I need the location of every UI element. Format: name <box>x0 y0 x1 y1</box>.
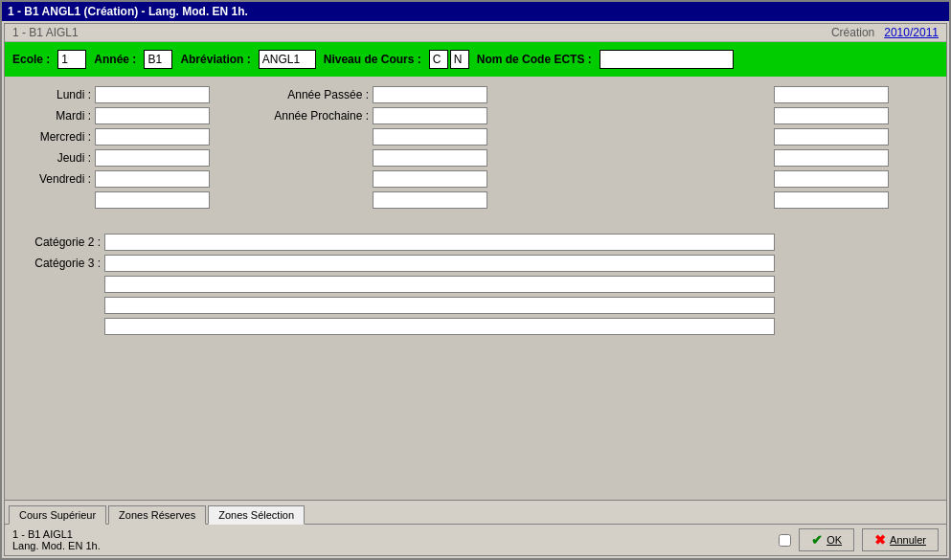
status-line2: Lang. Mod. EN 1h. <box>12 540 101 551</box>
cat-row4 <box>104 297 927 314</box>
status-line1: 1 - B1 AIGL1 <box>12 528 101 540</box>
niveau-n-input[interactable] <box>450 50 469 69</box>
extra-row6-input[interactable] <box>774 191 889 209</box>
annee-input[interactable] <box>144 50 172 69</box>
status-right: ✔ OK ✖ Annuler <box>779 528 939 551</box>
ects-label: Nom de Code ECTS : <box>477 53 592 66</box>
year-row4 <box>373 149 487 167</box>
cat-row4-input[interactable] <box>104 297 775 314</box>
vendredi-label: Vendredi : <box>24 172 91 186</box>
extra-row4 <box>774 149 927 167</box>
form-top: Lundi : Mardi : Mercredi : Jeudi : <box>24 86 927 209</box>
days-extra-input[interactable] <box>95 191 210 209</box>
tab-bar: Cours Supérieur Zones Réserves Zones Sél… <box>5 500 946 524</box>
title-bar: 1 - B1 ANGL1 (Création) - Lang. Mod. EN … <box>2 2 949 21</box>
annee-label: Année : <box>94 53 136 66</box>
extra-row4-input[interactable] <box>774 149 889 167</box>
cat3-input[interactable] <box>104 255 775 272</box>
green-bar: Ecole : Année : Abréviation : Niveau de … <box>5 42 946 77</box>
mardi-input[interactable] <box>95 107 210 124</box>
info-middle: Création <box>831 26 874 39</box>
mardi-row: Mardi : <box>24 107 215 124</box>
extra-row2 <box>774 107 927 124</box>
abrev-label: Abréviation : <box>180 53 250 66</box>
ok-check-icon: ✔ <box>811 532 823 548</box>
abrev-input[interactable] <box>259 50 316 69</box>
extra-row5 <box>774 170 927 188</box>
cat-row5-input[interactable] <box>104 318 775 335</box>
annee-prochaine-input[interactable] <box>373 107 487 124</box>
col-extra <box>774 86 927 209</box>
tab-zones-reserves[interactable]: Zones Réserves <box>108 505 206 525</box>
days-extra-row <box>95 191 215 209</box>
col-years: Année Passée : Année Prochaine : <box>263 86 487 209</box>
year-row3 <box>373 128 487 146</box>
cat3-row: Catégorie 3 : <box>24 255 927 272</box>
annee-passee-label: Année Passée : <box>263 88 369 101</box>
cancel-button[interactable]: ✖ Annuler <box>862 528 939 551</box>
extra-row6 <box>774 191 927 209</box>
cat2-input[interactable] <box>104 234 775 251</box>
main-form: Lundi : Mardi : Mercredi : Jeudi : <box>5 77 946 500</box>
extra-row1-input[interactable] <box>774 86 889 103</box>
annee-prochaine-label: Année Prochaine : <box>263 109 369 123</box>
mercredi-row: Mercredi : <box>24 128 215 146</box>
status-bar: 1 - B1 AIGL1 Lang. Mod. EN 1h. ✔ OK ✖ An… <box>5 524 946 555</box>
tab-zones-selection[interactable]: Zones Sélection <box>208 505 305 525</box>
categories-section: Catégorie 2 : Catégorie 3 : <box>24 234 927 335</box>
ok-label: OK <box>826 534 842 546</box>
jeudi-label: Jeudi : <box>24 151 91 165</box>
tab-cours-superieur[interactable]: Cours Supérieur <box>9 505 106 525</box>
ects-input[interactable] <box>600 50 734 69</box>
year-row6-input[interactable] <box>373 191 487 209</box>
status-left: 1 - B1 AIGL1 Lang. Mod. EN 1h. <box>12 528 101 551</box>
col-days: Lundi : Mardi : Mercredi : Jeudi : <box>24 86 215 209</box>
year-row4-input[interactable] <box>373 149 487 167</box>
cat-row3 <box>104 276 927 293</box>
year-row3-input[interactable] <box>373 128 487 146</box>
year-row5-input[interactable] <box>373 170 487 188</box>
ok-button[interactable]: ✔ OK <box>799 528 854 551</box>
cancel-x-icon: ✖ <box>874 532 886 548</box>
vendredi-input[interactable] <box>95 170 210 188</box>
annee-passee-row: Année Passée : <box>263 86 487 103</box>
cat2-row: Catégorie 2 : <box>24 234 927 251</box>
jeudi-row: Jeudi : <box>24 149 215 167</box>
mardi-label: Mardi : <box>24 109 91 123</box>
info-bar: 1 - B1 AIGL1 Création 2010/2011 <box>5 24 946 42</box>
jeudi-input[interactable] <box>95 149 210 167</box>
info-left: 1 - B1 AIGL1 <box>12 26 79 39</box>
niveau-label: Niveau de Cours : <box>324 53 421 66</box>
cancel-label: Annuler <box>890 534 926 546</box>
extra-row2-input[interactable] <box>774 107 889 124</box>
extra-row1 <box>774 86 927 103</box>
extra-row5-input[interactable] <box>774 170 889 188</box>
vendredi-row: Vendredi : <box>24 170 215 188</box>
main-window: 1 - B1 ANGL1 (Création) - Lang. Mod. EN … <box>0 0 951 560</box>
year-link[interactable]: 2010/2011 <box>884 26 939 39</box>
lundi-label: Lundi : <box>24 88 91 101</box>
year-row5 <box>373 170 487 188</box>
niveau-group <box>429 50 469 69</box>
mercredi-label: Mercredi : <box>24 130 91 144</box>
cat2-label: Catégorie 2 : <box>24 235 101 249</box>
annee-passee-input[interactable] <box>373 86 487 103</box>
mercredi-input[interactable] <box>95 128 210 146</box>
title-text: 1 - B1 ANGL1 (Création) - Lang. Mod. EN … <box>8 5 248 18</box>
annee-prochaine-row: Année Prochaine : <box>263 107 487 124</box>
cat3-label: Catégorie 3 : <box>24 257 101 270</box>
status-checkbox[interactable] <box>779 534 791 547</box>
niveau-c-input[interactable] <box>429 50 448 69</box>
year-row6 <box>373 191 487 209</box>
ecole-label: Ecole : <box>12 53 50 66</box>
lundi-row: Lundi : <box>24 86 215 103</box>
ecole-input[interactable] <box>57 50 86 69</box>
content-area: 1 - B1 AIGL1 Création 2010/2011 Ecole : … <box>4 23 947 556</box>
cat-row3-input[interactable] <box>104 276 775 293</box>
checkbox-label <box>779 534 791 547</box>
lundi-input[interactable] <box>95 86 210 103</box>
cat-row5 <box>104 318 927 335</box>
extra-row3-input[interactable] <box>774 128 889 146</box>
extra-row3 <box>774 128 927 146</box>
